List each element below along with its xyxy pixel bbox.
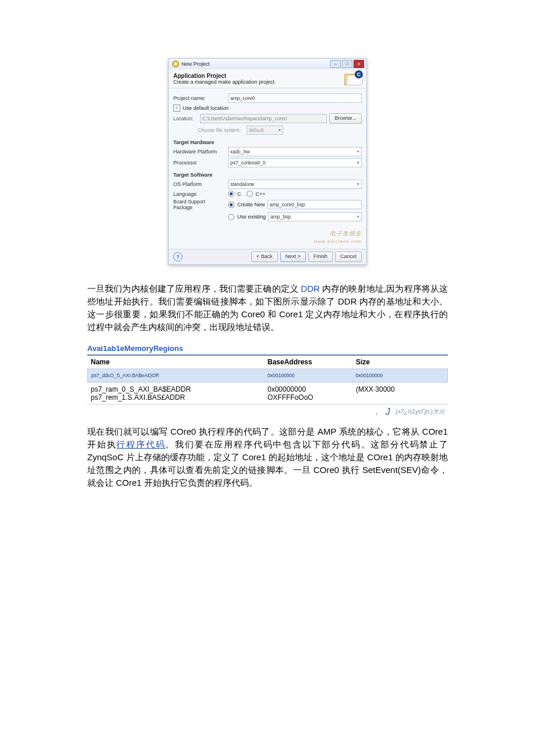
- plus-icon: J: [386, 407, 390, 417]
- window-title: New Project: [181, 61, 210, 67]
- processor-label: Processor: [173, 160, 226, 166]
- maximize-button[interactable]: □: [342, 60, 352, 68]
- browse-button[interactable]: Browse...: [329, 113, 362, 124]
- language-label: Language: [173, 191, 226, 197]
- close-button[interactable]: x: [354, 60, 364, 68]
- header-subtitle: Create a managed make application projec…: [173, 79, 276, 85]
- back-button[interactable]: < Back: [251, 252, 278, 262]
- bsp-create-input[interactable]: amp_core0_bsp: [268, 200, 362, 209]
- app-icon: [172, 60, 179, 67]
- minimize-button[interactable]: –: [330, 60, 341, 68]
- table-row[interactable]: ps7_ddcO_S_AXI.BA$eA£)OR 0x00100000 0x00…: [87, 368, 448, 382]
- lang-c-radio[interactable]: [228, 191, 234, 197]
- target-hardware-section: Target Hardware: [173, 139, 362, 145]
- next-button[interactable]: Next >: [280, 252, 306, 262]
- bsp-label: Board Support Package: [173, 199, 226, 210]
- bsp-existing-radio[interactable]: [228, 214, 234, 220]
- chevron-down-icon: ▾: [357, 159, 359, 167]
- project-name-input[interactable]: amp_core0: [228, 94, 362, 103]
- titlebar: New Project – □ x: [169, 59, 366, 69]
- hw-platform-label: Hardware Platform: [173, 149, 226, 155]
- col-size: Size: [356, 358, 444, 366]
- program-code-link[interactable]: 行程序代码: [116, 439, 165, 449]
- chevron-down-icon: ▾: [357, 180, 359, 188]
- target-software-section: Target Software: [173, 172, 362, 178]
- col-name: Name: [91, 358, 268, 366]
- chevron-down-icon: ▾: [357, 213, 359, 221]
- bsp-create-radio[interactable]: [228, 202, 234, 208]
- choose-fs-label: Choose file system:: [198, 127, 244, 133]
- dialog-header: Application Project Create a managed mak…: [169, 69, 366, 88]
- use-default-location-label: Use default location: [183, 105, 229, 111]
- header-title: Application Project: [173, 73, 226, 79]
- memory-regions-title: Avai1ab1eMemoryRegions: [87, 344, 448, 353]
- paragraph-1: 一旦我们为内核创建了应用程序，我们需要正确的定义 DDR 内存的映射地址,因为程…: [87, 282, 448, 334]
- ddr-keyword: DDR: [301, 284, 320, 293]
- paragraph-2: 现在我们就可以编写 COre0 执行程序的代码了。这部分是 AMP 系统的核心，…: [87, 425, 448, 489]
- chevron-down-icon: ▾: [357, 148, 359, 156]
- location-label: Location:: [173, 116, 198, 121]
- lang-cpp-radio[interactable]: [247, 191, 253, 197]
- os-platform-select[interactable]: standalone▾: [228, 180, 362, 189]
- processor-select[interactable]: ps7_cortexa9_0▾: [228, 158, 362, 167]
- os-platform-label: OS Platform: [173, 181, 226, 187]
- finish-button[interactable]: Finish: [308, 252, 333, 262]
- hw-platform-select[interactable]: xadc_hw▾: [228, 147, 362, 156]
- table-row[interactable]: ps7_ram_0_S_AXI_BA$EADDR ps7_rem_1.S.AXI…: [87, 382, 448, 404]
- col-base: BaseAddress: [268, 358, 356, 366]
- use-default-location-checkbox[interactable]: ✓: [173, 105, 180, 112]
- project-name-label: Project name:: [173, 95, 226, 101]
- choose-fs-select: default▾: [247, 126, 283, 135]
- watermark: 电子发烧友 www.elecfans.com: [173, 230, 362, 244]
- location-input: C:\Users\Adam\workspace\amp_core0: [200, 114, 327, 123]
- bsp-existing-select[interactable]: amp_bsp▾: [268, 212, 362, 221]
- table-footer: ， J j>7¿½1ycΓjn·)方川: [87, 404, 448, 420]
- cancel-button[interactable]: Cancel: [335, 252, 362, 262]
- folder-c-icon: C: [344, 71, 362, 85]
- chevron-down-icon: ▾: [279, 126, 281, 134]
- help-button[interactable]: ?: [173, 252, 183, 261]
- memory-regions-table: Name BaseAddress Size ps7_ddcO_S_AXI.BA$…: [87, 354, 448, 420]
- new-project-dialog: New Project – □ x Application Project Cr…: [168, 58, 367, 265]
